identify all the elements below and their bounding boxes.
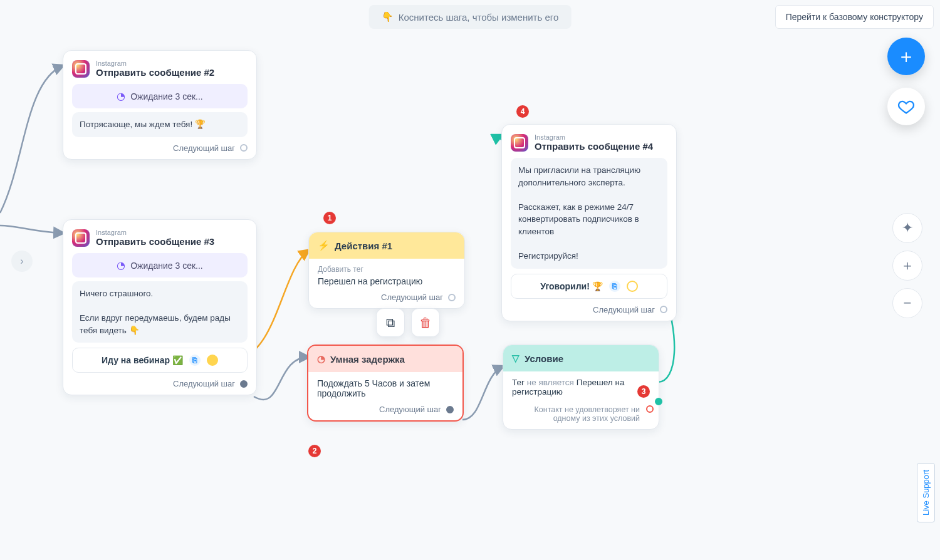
delay-header: ◔ Умная задержка (308, 346, 462, 372)
lightning-icon: ⚡ (318, 240, 330, 251)
node-title: Отправить сообщение #2 (96, 67, 214, 78)
message-line: Регистрируйся! (518, 250, 660, 262)
instagram-icon (72, 60, 90, 78)
plus-icon: ＋ (901, 256, 914, 275)
sparkle-icon: ✦ (902, 220, 913, 236)
auto-layout-button[interactable]: ✦ (892, 213, 922, 243)
pointing-down-icon: 👇 (382, 11, 394, 23)
node-kicker: Instagram (96, 60, 214, 67)
link-icon: ⎘ (189, 355, 201, 366)
flow-canvas[interactable]: 👇 Коснитесь шага, чтобы изменить его Пер… (0, 0, 940, 560)
badge-2: 2 (308, 445, 321, 457)
node-message-3[interactable]: Instagram Отправить сообщение #3 ◔ Ожида… (63, 219, 257, 395)
heart-icon (897, 98, 915, 115)
next-step[interactable]: Следующий шаг (72, 379, 248, 388)
button-output-port[interactable] (207, 355, 218, 366)
wait-pill: ◔ Ожидание 3 сек... (72, 253, 248, 277)
output-port[interactable] (240, 380, 248, 388)
message-line: Если вдруг передумаешь, будем рады тебя … (80, 312, 240, 336)
copy-icon: ⧉ (386, 316, 395, 330)
next-step-label: Следующий шаг (379, 405, 441, 414)
message-body: Ничего страшного. Если вдруг передумаешь… (72, 281, 248, 343)
minus-icon: − (904, 295, 912, 311)
next-step-label: Следующий шаг (173, 143, 235, 153)
node-header: Instagram Отправить сообщение #4 (511, 133, 667, 152)
collapse-handle[interactable]: › (11, 251, 33, 272)
next-step-label: Следующий шаг (381, 293, 443, 302)
next-step[interactable]: Следующий шаг (318, 293, 456, 302)
clock-icon: ◔ (117, 90, 125, 102)
node-tools: ⧉ 🗑 (376, 308, 440, 337)
node-message-2[interactable]: Instagram Отправить сообщение #2 ◔ Ожида… (63, 50, 257, 160)
condition-line: Тег не является Перешел на регистрацию 3 (512, 378, 650, 397)
action-text: Перешел на регистрацию (318, 276, 456, 286)
condition-title: Условие (525, 353, 563, 364)
funnel-icon: ▽ (512, 353, 520, 364)
wait-text: Ожидание 3 сек... (130, 91, 203, 101)
action-title: Действия #1 (335, 241, 392, 251)
badge-3: 3 (637, 385, 650, 398)
node-condition[interactable]: ▽ Условие Тег не является Перешел на рег… (503, 345, 659, 430)
zoom-in-button[interactable]: ＋ (892, 251, 922, 281)
action-header: ⚡ Действия #1 (309, 232, 464, 259)
reply-button-label: Уговорили! 🏆 (540, 281, 603, 291)
clock-icon: ◔ (117, 259, 125, 271)
cond-negation: не является (527, 378, 574, 387)
next-step-label: Следующий шаг (593, 305, 655, 314)
condition-fallback: Контакт не удовлетворяет ни одному из эт… (512, 405, 650, 423)
cond-prefix: Тег (512, 378, 525, 387)
message-line: Расскажет, как в режиме 24/7 конвертиров… (518, 201, 660, 238)
reply-button-label: Иду на вебинар ✅ (102, 355, 183, 365)
top-hint: 👇 Коснитесь шага, чтобы изменить его (369, 5, 572, 29)
node-kicker: Instagram (535, 133, 653, 141)
output-port[interactable] (660, 306, 667, 313)
output-port[interactable] (240, 144, 248, 152)
condition-else-port[interactable] (646, 405, 654, 413)
clock-icon: ◔ (317, 353, 325, 365)
message-line: Мы пригласили на трансляцию дополнительн… (518, 164, 660, 189)
zoom-out-button[interactable]: − (892, 288, 922, 318)
message-body: Мы пригласили на трансляцию дополнительн… (511, 158, 667, 269)
chevron-right-icon: › (20, 256, 23, 267)
instagram-icon (72, 229, 90, 247)
node-title: Отправить сообщение #4 (535, 141, 653, 152)
node-header: Instagram Отправить сообщение #2 (72, 60, 248, 78)
wait-text: Ожидание 3 сек... (130, 261, 203, 271)
top-hint-text: Коснитесь шага, чтобы изменить его (399, 12, 559, 23)
favorite-fab[interactable] (887, 88, 925, 125)
output-port[interactable] (448, 294, 456, 301)
next-step[interactable]: Следующий шаг (511, 305, 667, 314)
node-message-4[interactable]: Instagram Отправить сообщение #4 Мы приг… (501, 124, 677, 321)
switch-to-basic-builder-button[interactable]: Перейти к базовому конструктору (775, 5, 934, 29)
node-smart-delay[interactable]: ◔ Умная задержка Подождать 5 Часов и зат… (307, 345, 464, 422)
output-port[interactable] (446, 406, 454, 413)
instagram-icon (511, 134, 528, 152)
trash-icon: 🗑 (419, 316, 432, 330)
button-output-port[interactable] (627, 281, 638, 292)
next-step[interactable]: Следующий шаг (317, 405, 454, 414)
live-support-button[interactable]: Live Support (917, 463, 935, 522)
node-title: Отправить сообщение #3 (96, 236, 214, 247)
plus-icon: ＋ (897, 44, 916, 70)
duplicate-button[interactable]: ⧉ (376, 308, 405, 337)
next-step[interactable]: Следующий шаг (72, 143, 248, 153)
next-step-label: Следующий шаг (173, 379, 235, 388)
condition-match-port[interactable] (655, 398, 662, 405)
delay-text: Подождать 5 Часов и затем продолжить (317, 378, 454, 398)
message-body: Потрясающе, мы ждем тебя! 🏆 (72, 112, 248, 137)
node-action-1[interactable]: ⚡ Действия #1 Добавить тег Перешел на ре… (308, 232, 465, 309)
condition-header: ▽ Условие (503, 345, 659, 371)
add-step-fab[interactable]: ＋ (887, 38, 925, 75)
fallback-text: Контакт не удовлетворяет ни одному из эт… (535, 405, 640, 423)
badge-1: 1 (323, 212, 336, 224)
node-kicker: Instagram (96, 229, 214, 236)
delete-button[interactable]: 🗑 (411, 308, 440, 337)
message-line: Ничего страшного. (80, 288, 240, 300)
delay-title: Умная задержка (330, 354, 405, 365)
reply-button[interactable]: Иду на вебинар ✅ ⎘ (72, 348, 248, 373)
link-icon: ⎘ (609, 281, 620, 292)
node-header: Instagram Отправить сообщение #3 (72, 229, 248, 247)
wait-pill: ◔ Ожидание 3 сек... (72, 84, 248, 108)
reply-button[interactable]: Уговорили! 🏆 ⎘ (511, 274, 667, 299)
badge-4: 4 (516, 105, 529, 118)
